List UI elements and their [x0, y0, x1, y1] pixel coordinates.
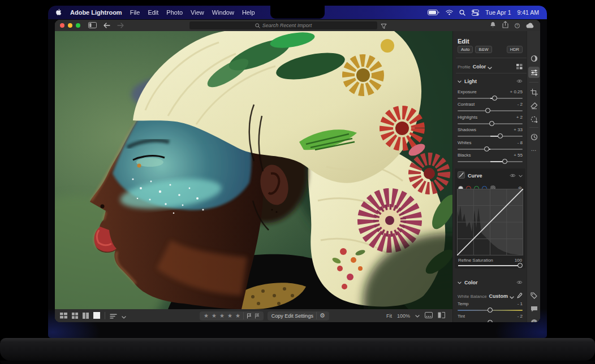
filmstrip-toggle-icon[interactable] — [425, 312, 433, 319]
zoom-fit-label[interactable]: Fit — [386, 313, 392, 319]
detail-view-icon[interactable] — [93, 311, 100, 321]
curve-visibility-eye-icon[interactable] — [510, 173, 516, 179]
menubar-app-name[interactable]: Adobe Lightroom — [70, 9, 122, 16]
hdr-button[interactable]: HDR — [507, 46, 523, 53]
versions-history-icon[interactable] — [528, 131, 540, 142]
blacks-slider[interactable]: Blacks+ 55 — [458, 153, 523, 164]
keywords-tag-icon[interactable] — [528, 290, 540, 301]
white-balance-eyedropper-icon[interactable] — [516, 291, 523, 301]
slider-track[interactable] — [458, 161, 523, 162]
profile-chevron-icon[interactable] — [488, 62, 492, 72]
color-visibility-eye-icon[interactable] — [516, 280, 523, 285]
presets-tone-icon[interactable] — [528, 53, 540, 64]
exposure-slider[interactable]: Exposure+ 0.25 — [458, 89, 523, 101]
back-button[interactable] — [104, 20, 110, 31]
reject-flag-icon[interactable] — [255, 311, 260, 321]
search-input[interactable]: Search Recent Import — [189, 21, 377, 29]
slider-track[interactable] — [458, 98, 523, 99]
sort-chevron-icon[interactable] — [122, 311, 126, 321]
sort-icon[interactable] — [110, 311, 117, 321]
highlights-slider[interactable]: Highlights+ 2 — [458, 115, 523, 126]
menu-file[interactable]: File — [130, 9, 140, 16]
zoom-level-value[interactable]: 100% — [397, 313, 410, 319]
more-tools-icon[interactable]: … — [528, 143, 540, 154]
star-4[interactable]: ★ — [227, 313, 232, 319]
square-grid-view-icon[interactable] — [72, 311, 78, 321]
profile-browser-icon[interactable] — [516, 62, 523, 72]
slider-track[interactable] — [458, 310, 523, 311]
menu-help[interactable]: Help — [242, 9, 255, 16]
healing-eraser-icon[interactable] — [528, 100, 540, 111]
slider-track[interactable] — [458, 136, 523, 137]
slider-knob[interactable] — [484, 146, 489, 151]
menu-window[interactable]: Window — [212, 9, 234, 16]
slider-knob[interactable] — [518, 263, 523, 268]
white-balance-value[interactable]: Custom — [489, 293, 508, 299]
zoom-button[interactable] — [76, 23, 80, 28]
shadows-slider[interactable]: Shadows+ 33 — [458, 127, 523, 138]
info-icon[interactable]: i — [528, 317, 540, 322]
pick-flag-icon[interactable] — [247, 311, 252, 321]
slider-knob[interactable] — [492, 96, 497, 101]
filter-icon[interactable] — [381, 21, 387, 32]
slider-label: Contrast — [458, 102, 475, 107]
star-1[interactable]: ★ — [204, 313, 209, 319]
light-visibility-eye-icon[interactable] — [516, 79, 523, 84]
notifications-bell-icon[interactable] — [490, 20, 496, 31]
menu-photo[interactable]: Photo — [166, 9, 183, 16]
slider-knob[interactable] — [485, 108, 490, 113]
wifi-icon[interactable] — [446, 10, 453, 15]
curve-collapse-chevron-icon[interactable] — [519, 173, 523, 179]
bw-button[interactable]: B&W — [475, 46, 491, 53]
refine-saturation-slider[interactable] — [458, 265, 522, 266]
menubar-time[interactable]: 9:41 AM — [517, 9, 539, 16]
color-section-header[interactable]: Color — [453, 280, 527, 285]
light-section-header[interactable]: Light — [453, 79, 527, 84]
tint-slider[interactable]: Tint- 2 — [458, 314, 523, 322]
curve-tool-icon[interactable] — [458, 171, 465, 180]
before-after-icon[interactable] — [438, 312, 445, 319]
tone-curve-grid[interactable] — [457, 189, 523, 255]
whites-slider[interactable]: Whites- 8 — [458, 140, 523, 151]
minimize-button[interactable] — [68, 23, 72, 28]
close-button[interactable] — [60, 23, 64, 28]
copy-edit-settings-button[interactable]: Copy Edit Settings — [271, 313, 313, 319]
apple-menu-icon[interactable] — [56, 9, 62, 16]
sidebar-toggle-icon[interactable] — [88, 20, 97, 31]
help-icon[interactable]: ? — [515, 23, 520, 28]
slider-track[interactable] — [458, 149, 523, 150]
temp-slider[interactable]: Temp- 1 — [458, 301, 523, 313]
zoom-chevron-icon[interactable] — [415, 313, 420, 319]
star-5[interactable]: ★ — [235, 313, 240, 319]
contrast-slider[interactable]: Contrast- 2 — [458, 102, 523, 113]
auto-button[interactable]: Auto — [458, 46, 473, 53]
edit-sliders-icon[interactable] — [528, 67, 540, 78]
compare-view-icon[interactable] — [83, 311, 89, 321]
control-center-icon[interactable] — [472, 10, 479, 16]
battery-icon[interactable] — [428, 10, 439, 15]
comments-icon[interactable] — [528, 304, 540, 315]
star-3[interactable]: ★ — [219, 313, 225, 319]
photo-canvas[interactable] — [55, 31, 452, 309]
slider-knob[interactable] — [489, 121, 494, 126]
slider-track[interactable] — [458, 123, 523, 124]
profile-value[interactable]: Color — [473, 64, 486, 70]
share-icon[interactable] — [502, 20, 508, 31]
white-balance-chevron-icon[interactable] — [510, 291, 514, 301]
crop-icon[interactable] — [528, 86, 540, 98]
slider-track[interactable] — [458, 110, 523, 111]
masking-icon[interactable] — [528, 114, 540, 125]
forward-button[interactable] — [117, 20, 124, 31]
settings-gear-icon[interactable]: ⚙ — [320, 313, 325, 319]
slider-knob[interactable] — [502, 159, 507, 164]
slider-knob[interactable] — [498, 133, 503, 138]
slider-knob[interactable] — [488, 307, 493, 313]
spotlight-icon[interactable] — [459, 10, 465, 16]
slider-knob[interactable] — [488, 320, 493, 322]
menu-edit[interactable]: Edit — [148, 9, 158, 16]
cloud-sync-icon[interactable] — [526, 20, 534, 31]
menubar-date[interactable]: Tue Apr 1 — [485, 9, 511, 16]
star-2[interactable]: ★ — [212, 313, 217, 319]
menu-view[interactable]: View — [191, 9, 204, 16]
photo-grid-view-icon[interactable] — [60, 311, 67, 321]
